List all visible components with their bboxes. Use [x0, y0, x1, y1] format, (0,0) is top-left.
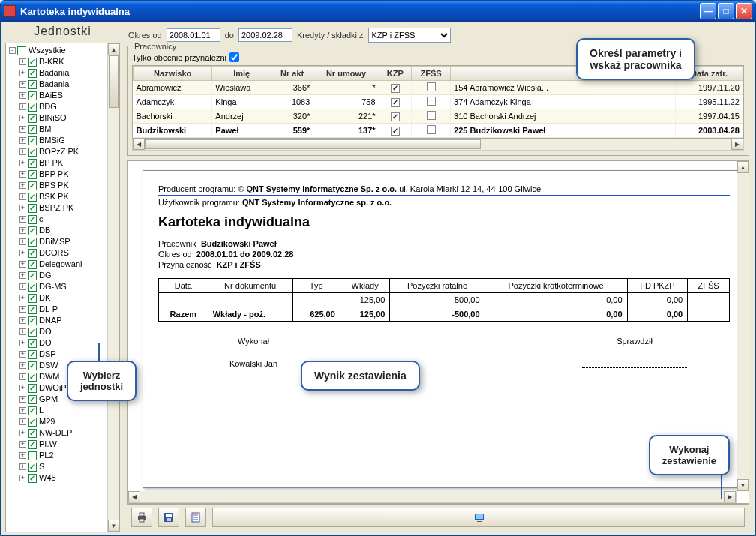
tree-item[interactable]: +✓BSK PK: [8, 191, 119, 202]
tree-checkbox[interactable]: ✓: [28, 350, 37, 359]
tree-checkbox[interactable]: ✓: [28, 181, 37, 190]
tree-item[interactable]: +✓BDG: [8, 101, 119, 112]
tree-checkbox[interactable]: ✓: [28, 451, 37, 460]
tree-item[interactable]: +✓Badania: [8, 79, 119, 90]
tree-checkbox[interactable]: ✓: [28, 260, 37, 269]
tree-expand-icon[interactable]: +: [20, 205, 26, 211]
tree-checkbox[interactable]: ✓: [28, 170, 37, 179]
scroll-down-icon[interactable]: ▼: [108, 520, 119, 532]
units-tree[interactable]: -✓Wszystkie+✓B-KRK+✓Badania+✓Badania+✓BA…: [5, 43, 120, 532]
tree-expand-icon[interactable]: +: [20, 171, 26, 178]
tree-root-label[interactable]: Wszystkie: [28, 45, 66, 56]
tree-item[interactable]: +✓DSP: [8, 349, 119, 360]
tree-expand-icon[interactable]: +: [20, 362, 26, 369]
tree-checkbox[interactable]: ✓: [28, 125, 37, 134]
tree-checkbox[interactable]: ✓: [28, 271, 37, 280]
tree-item[interactable]: +✓BAiES: [8, 90, 119, 101]
grid-header[interactable]: Nazwisko: [134, 67, 212, 81]
tree-expand-icon[interactable]: +: [20, 261, 26, 268]
scroll-up-icon[interactable]: ▲: [737, 161, 748, 173]
tree-checkbox[interactable]: ✓: [28, 80, 37, 89]
tree-expand-icon[interactable]: +: [20, 340, 26, 346]
tree-item[interactable]: +✓M29: [8, 416, 119, 427]
tree-expand-icon[interactable]: +: [20, 373, 26, 380]
report-vscroll[interactable]: ▲ ▼: [736, 161, 748, 491]
scroll-left-icon[interactable]: ◀: [133, 139, 145, 150]
tree-checkbox[interactable]: ✓: [28, 249, 37, 258]
tree-checkbox[interactable]: ✓: [28, 305, 37, 314]
run-report-button[interactable]: [212, 508, 745, 527]
preview-button[interactable]: [185, 508, 206, 527]
tree-checkbox[interactable]: ✓: [28, 440, 37, 449]
scroll-down-icon[interactable]: ▼: [737, 479, 748, 491]
tree-expand-icon[interactable]: +: [20, 272, 26, 279]
tree-expand-icon[interactable]: +: [20, 396, 26, 403]
tree-expand-icon[interactable]: +: [20, 193, 26, 200]
scroll-right-icon[interactable]: ▶: [731, 139, 743, 150]
tree-item[interactable]: +✓L: [8, 405, 119, 416]
save-button[interactable]: [158, 508, 179, 527]
tree-checkbox[interactable]: ✓: [28, 373, 37, 382]
tree-checkbox[interactable]: ✓: [28, 204, 37, 213]
tree-checkbox[interactable]: ✓: [28, 91, 37, 100]
tree-expand-icon[interactable]: +: [20, 216, 26, 223]
tree-item[interactable]: +✓Badania: [8, 67, 119, 79]
tree-item[interactable]: +✓BP PK: [8, 157, 119, 169]
grid-header[interactable]: KZP: [379, 67, 411, 81]
tree-checkbox[interactable]: ✓: [28, 136, 37, 145]
tree-expand-icon[interactable]: +: [20, 283, 26, 290]
tree-collapse-icon[interactable]: -: [9, 47, 16, 54]
tree-expand-icon[interactable]: +: [20, 317, 26, 324]
tree-item[interactable]: +✓DO: [8, 337, 119, 349]
tree-expand-icon[interactable]: +: [20, 351, 26, 358]
tree-checkbox[interactable]: ✓: [28, 474, 37, 483]
maximize-button[interactable]: □: [718, 3, 734, 19]
tree-expand-icon[interactable]: +: [20, 58, 26, 65]
table-row[interactable]: BudzikowskiPaweł559*137*✓225 Budzikowski…: [134, 124, 743, 138]
tree-expand-icon[interactable]: +: [20, 407, 26, 414]
tree-item[interactable]: +✓PI.W: [8, 439, 119, 450]
tree-expand-icon[interactable]: +: [20, 148, 26, 155]
tree-expand-icon[interactable]: +: [20, 182, 26, 189]
tree-expand-icon[interactable]: +: [20, 70, 26, 76]
tree-checkbox[interactable]: ✓: [28, 226, 37, 235]
tree-item[interactable]: +✓DG-MS: [8, 281, 119, 292]
scrollbar-thumb[interactable]: [109, 55, 118, 108]
table-row[interactable]: AdamczykKinga1083758✓374 Adamczyk Kinga1…: [134, 95, 743, 109]
tree-expand-icon[interactable]: +: [20, 452, 26, 459]
tree-checkbox[interactable]: ✓: [28, 215, 37, 224]
report-hscroll[interactable]: ◀ ▶: [128, 491, 736, 503]
table-row[interactable]: AbramowiczWiesława366**✓154 Abramowicz W…: [134, 81, 743, 95]
tree-checkbox[interactable]: ✓: [28, 159, 37, 168]
okres-od-input[interactable]: [166, 28, 220, 42]
tree-expand-icon[interactable]: +: [20, 328, 26, 335]
tree-item[interactable]: +✓BOPzZ PK: [8, 146, 119, 157]
tree-expand-icon[interactable]: +: [20, 115, 26, 121]
grid-hscroll[interactable]: ◀ ▶: [132, 139, 744, 151]
close-button[interactable]: ✕: [736, 3, 752, 19]
tree-item[interactable]: +✓DO: [8, 326, 119, 337]
tree-expand-icon[interactable]: +: [20, 430, 26, 436]
tree-expand-icon[interactable]: +: [20, 441, 26, 448]
table-row[interactable]: BachorskiAndrzej320*221*✓310 Bachorski A…: [134, 109, 743, 124]
hscroll-thumb[interactable]: [145, 139, 481, 149]
tree-checkbox[interactable]: ✓: [28, 114, 37, 123]
tree-item[interactable]: +✓B-KRK: [8, 56, 119, 67]
tree-checkbox[interactable]: ✓: [28, 328, 37, 337]
tree-checkbox[interactable]: ✓: [28, 283, 37, 292]
tree-expand-icon[interactable]: +: [20, 103, 26, 110]
tree-checkbox[interactable]: ✓: [28, 69, 37, 78]
tree-item[interactable]: +✓Delegowani: [8, 259, 119, 270]
tree-expand-icon[interactable]: +: [20, 160, 26, 166]
tree-expand-icon[interactable]: +: [20, 295, 26, 301]
grid-header[interactable]: Nr umowy: [314, 67, 379, 81]
tree-checkbox[interactable]: ✓: [28, 429, 37, 438]
tree-item[interactable]: +✓S: [8, 461, 119, 472]
tree-item[interactable]: +✓BINiSO: [8, 112, 119, 124]
print-button[interactable]: [131, 508, 152, 527]
tree-checkbox[interactable]: ✓: [28, 406, 37, 415]
tree-expand-icon[interactable]: +: [20, 81, 26, 88]
tree-checkbox[interactable]: ✓: [28, 294, 37, 303]
tree-expand-icon[interactable]: +: [20, 463, 26, 470]
tree-expand-icon[interactable]: +: [20, 92, 26, 99]
